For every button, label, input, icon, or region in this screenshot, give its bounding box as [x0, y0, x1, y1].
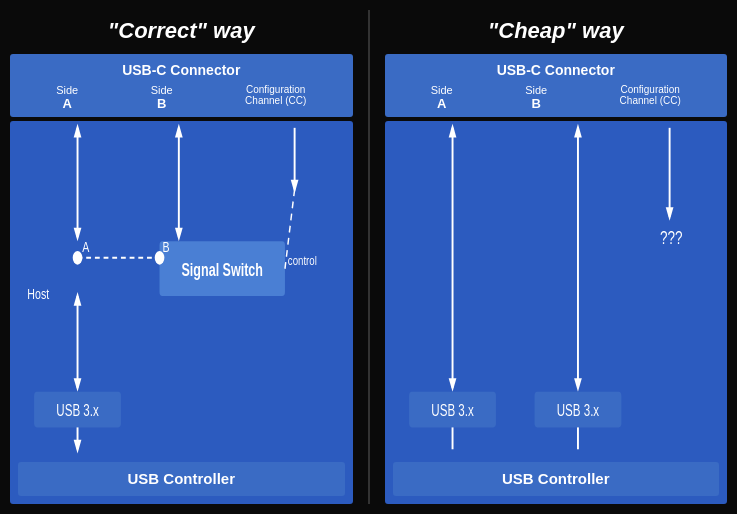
svg-marker-24	[74, 440, 82, 454]
cheap-panel: "Cheap" way USB-C Connector Side A Side …	[385, 10, 728, 504]
svg-marker-27	[448, 378, 456, 392]
cheap-cc: ConfigurationChannel (CC)	[620, 84, 681, 106]
cheap-controller-label: USB Controller	[502, 470, 610, 487]
cheap-usb-controller: USB Controller	[393, 462, 720, 496]
svg-marker-30	[574, 378, 582, 392]
cheap-side-b-text: Side	[525, 84, 547, 96]
svg-text:Host: Host	[27, 285, 49, 302]
panel-divider	[368, 10, 370, 504]
svg-marker-32	[665, 207, 673, 221]
correct-side-b-letter: B	[151, 96, 173, 111]
correct-side-a: Side A	[56, 84, 78, 111]
svg-marker-19	[74, 378, 82, 392]
correct-side-a-text: Side	[56, 84, 78, 96]
svg-marker-4	[175, 124, 183, 138]
svg-marker-5	[175, 228, 183, 242]
svg-marker-26	[448, 124, 456, 138]
svg-text:A: A	[82, 238, 89, 255]
cheap-side-b: Side B	[525, 84, 547, 111]
cheap-usbc-label: USB-C Connector	[395, 62, 718, 78]
correct-side-b-text: Side	[151, 84, 173, 96]
cheap-side-a-letter: A	[431, 96, 453, 111]
svg-text:control: control	[288, 252, 317, 268]
svg-text:B: B	[162, 238, 169, 255]
cheap-title: "Cheap" way	[385, 10, 728, 54]
svg-marker-2	[74, 228, 82, 242]
svg-marker-1	[74, 124, 82, 138]
cheap-side-a: Side A	[431, 84, 453, 111]
correct-usb-controller: USB Controller	[18, 462, 345, 496]
correct-usbc-label: USB-C Connector	[20, 62, 343, 78]
svg-text:USB 3.x: USB 3.x	[431, 401, 473, 419]
svg-marker-29	[574, 124, 582, 138]
svg-text:USB 3.x: USB 3.x	[556, 401, 598, 419]
svg-text:Signal Switch: Signal Switch	[182, 259, 263, 279]
cheap-usbc-connector: USB-C Connector Side A Side B Configurat…	[385, 54, 728, 117]
correct-usbc-connector: USB-C Connector Side A Side B Configurat…	[10, 54, 353, 117]
correct-cc: ConfigurationChannel (CC)	[245, 84, 306, 106]
svg-text:???: ???	[659, 227, 682, 249]
cheap-side-a-text: Side	[431, 84, 453, 96]
svg-marker-20	[74, 292, 82, 306]
cheap-side-b-letter: B	[525, 96, 547, 111]
correct-panel: "Correct" way USB-C Connector Side A Sid…	[10, 10, 353, 504]
svg-text:USB 3.x: USB 3.x	[56, 401, 98, 419]
correct-controller-label: USB Controller	[127, 470, 235, 487]
correct-side-b: Side B	[151, 84, 173, 111]
correct-title: "Correct" way	[10, 10, 353, 54]
correct-side-a-letter: A	[56, 96, 78, 111]
